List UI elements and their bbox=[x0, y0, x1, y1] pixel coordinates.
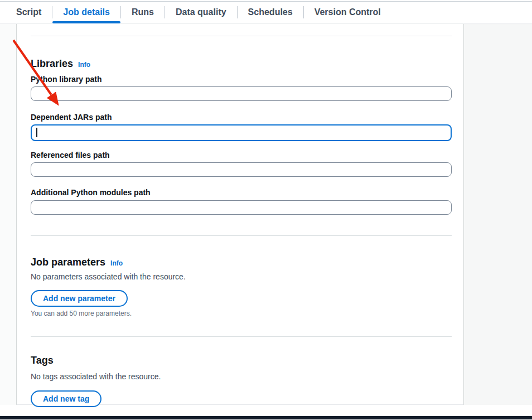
add-new-parameter-button[interactable]: Add new parameter bbox=[31, 290, 128, 307]
job-parameters-hint-text: You can add 50 more parameters. bbox=[31, 309, 452, 318]
tab-data-quality[interactable]: Data quality bbox=[165, 2, 237, 23]
libraries-title: Libraries bbox=[31, 57, 73, 70]
job-parameters-title: Job parameters bbox=[31, 256, 105, 268]
dependent-jars-path-field bbox=[31, 124, 452, 141]
job-details-panel: Libraries Info Python library path Depen… bbox=[16, 24, 464, 405]
dependent-jars-path-input[interactable] bbox=[31, 124, 452, 141]
python-library-path-label: Python library path bbox=[31, 74, 452, 84]
tags-title: Tags bbox=[31, 354, 54, 366]
libraries-heading: Libraries Info bbox=[31, 57, 452, 71]
right-gutter bbox=[464, 24, 532, 405]
tab-version-control-label: Version Control bbox=[315, 7, 381, 17]
section-divider bbox=[31, 235, 452, 236]
job-parameters-empty-text: No parameters associated with the resour… bbox=[31, 272, 452, 282]
referenced-files-path-input[interactable] bbox=[31, 162, 452, 177]
text-cursor bbox=[36, 128, 37, 137]
additional-python-modules-path-label: Additional Python modules path bbox=[31, 187, 452, 197]
referenced-files-path-field bbox=[31, 162, 452, 177]
tab-runs[interactable]: Runs bbox=[121, 2, 165, 23]
tab-schedules-label: Schedules bbox=[248, 7, 293, 17]
tab-runs-label: Runs bbox=[132, 7, 154, 17]
tab-bar: Script Job details Runs Data quality Sch… bbox=[0, 1, 532, 23]
add-new-tag-button[interactable]: Add new tag bbox=[31, 390, 101, 407]
dependent-jars-path-label: Dependent JARs path bbox=[31, 112, 452, 122]
tags-heading: Tags bbox=[31, 354, 452, 366]
left-gutter bbox=[0, 24, 16, 405]
tab-schedules[interactable]: Schedules bbox=[238, 2, 303, 23]
referenced-files-path-label: Referenced files path bbox=[31, 150, 452, 160]
tab-job-details-label: Job details bbox=[63, 7, 110, 17]
python-library-path-input[interactable] bbox=[31, 86, 452, 101]
job-parameters-info-link[interactable]: Info bbox=[110, 257, 123, 269]
bottom-divider-bar bbox=[0, 416, 532, 419]
tab-version-control[interactable]: Version Control bbox=[304, 2, 391, 23]
additional-python-modules-path-field bbox=[31, 200, 452, 215]
section-divider bbox=[31, 336, 452, 337]
tags-empty-text: No tags associated with the resource. bbox=[31, 371, 452, 382]
tab-script-label: Script bbox=[16, 7, 41, 17]
additional-python-modules-path-input[interactable] bbox=[31, 200, 452, 215]
tab-script[interactable]: Script bbox=[6, 2, 52, 23]
python-library-path-field bbox=[31, 86, 452, 101]
tab-data-quality-label: Data quality bbox=[176, 7, 226, 17]
section-divider bbox=[31, 36, 452, 36]
libraries-info-link[interactable]: Info bbox=[78, 59, 90, 71]
job-parameters-heading: Job parameters Info bbox=[31, 256, 452, 269]
tab-job-details[interactable]: Job details bbox=[52, 2, 120, 23]
